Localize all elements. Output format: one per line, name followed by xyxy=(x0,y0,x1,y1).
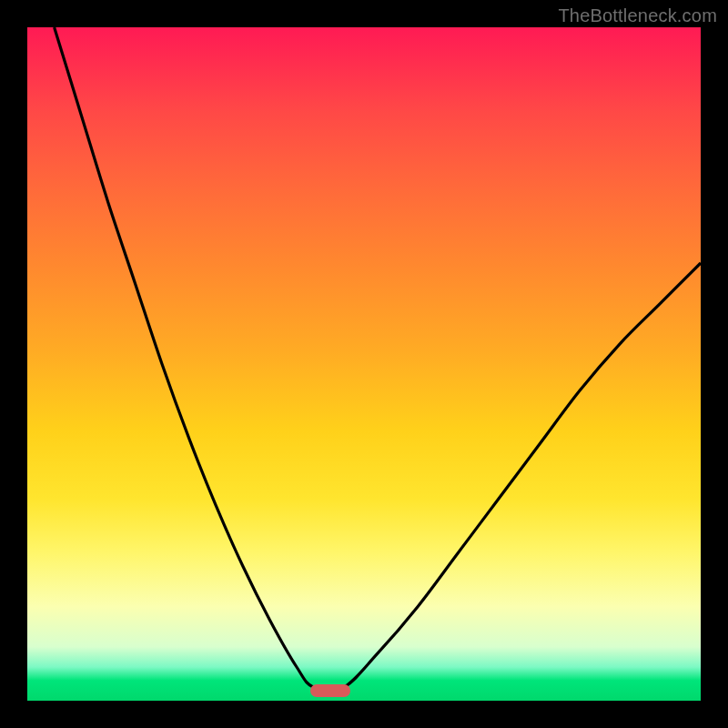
bottleneck-curve xyxy=(27,27,701,701)
optimum-marker xyxy=(310,684,350,697)
watermark-text: TheBottleneck.com xyxy=(558,5,717,26)
curve-path xyxy=(55,27,701,691)
plot-area xyxy=(27,27,701,701)
